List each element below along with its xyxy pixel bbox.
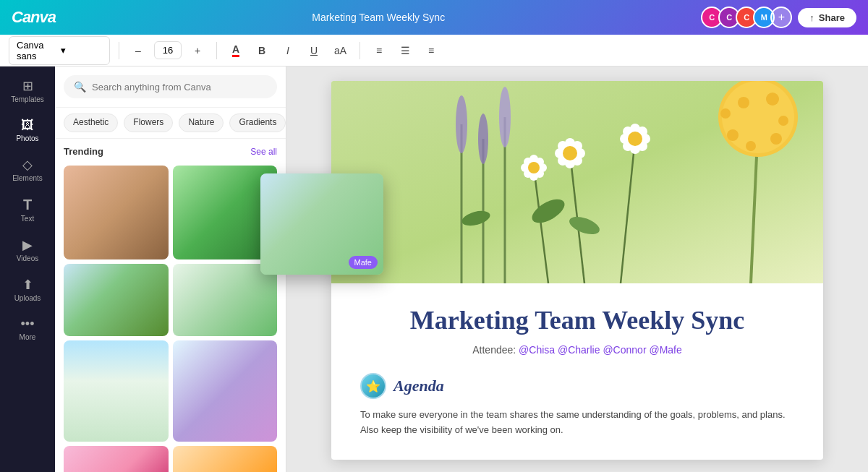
photos-label: Photos bbox=[16, 134, 38, 142]
topbar-right: C C C M + ↑ Share bbox=[701, 7, 856, 28]
avatar-group: C C C M + bbox=[701, 7, 792, 28]
svg-point-40 bbox=[738, 97, 749, 108]
slide-title: Marketing Team Weekly Sync bbox=[360, 305, 794, 335]
see-all-button[interactable]: See all bbox=[250, 147, 277, 157]
photo-item-flowers-bottom[interactable] bbox=[64, 446, 169, 472]
tag-gradients[interactable]: Gradients bbox=[229, 113, 286, 132]
share-label: Share bbox=[819, 12, 845, 23]
canvas-area[interactable]: Marketing Team Weekly Sync Attendee: @Ch… bbox=[286, 66, 868, 472]
share-icon: ↑ bbox=[809, 12, 814, 23]
svg-point-42 bbox=[778, 116, 788, 126]
text-label: Text bbox=[21, 215, 34, 223]
font-size-increase-button[interactable]: + bbox=[187, 42, 208, 59]
text-color-button[interactable]: A bbox=[226, 40, 246, 60]
svg-point-44 bbox=[746, 141, 756, 151]
chevron-down-icon: ▾ bbox=[61, 45, 102, 56]
sidebar-item-more[interactable]: ••• More bbox=[3, 311, 52, 347]
photo-item-grass[interactable] bbox=[64, 340, 169, 442]
svg-point-5 bbox=[478, 113, 488, 164]
case-button[interactable]: aA bbox=[330, 42, 351, 59]
font-size-control: 16 bbox=[154, 41, 182, 59]
agenda-label: Agenda bbox=[393, 377, 444, 395]
divider-1 bbox=[119, 42, 119, 59]
add-collaborator-button[interactable]: + bbox=[770, 7, 792, 28]
trending-header: Trending See all bbox=[55, 139, 286, 161]
photos-panel: 🔍 Aesthetic Flowers Nature Gradients › T… bbox=[55, 66, 286, 472]
underline-button[interactable]: U bbox=[304, 42, 324, 59]
svg-point-45 bbox=[727, 129, 739, 141]
indent-icon: ≡ bbox=[428, 45, 434, 56]
attendee-label: Attendee: bbox=[472, 344, 516, 356]
sidebar-item-templates[interactable]: ⊞ Templates bbox=[3, 72, 52, 109]
videos-icon: ▶ bbox=[22, 237, 33, 253]
text-icon: T bbox=[23, 197, 32, 213]
left-sidebar: ⊞ Templates 🖼 Photos ◇ Elements T Text ▶… bbox=[0, 66, 55, 472]
slide-body-text: To make sure everyone in the team shares… bbox=[360, 408, 794, 438]
font-family-value: Canva sans bbox=[17, 40, 58, 61]
italic-button[interactable]: I bbox=[278, 42, 298, 59]
search-input-wrap: 🔍 bbox=[64, 75, 277, 98]
sidebar-item-elements[interactable]: ◇ Elements bbox=[3, 151, 52, 188]
svg-point-6 bbox=[499, 87, 511, 147]
font-family-selector[interactable]: Canva sans ▾ bbox=[9, 36, 110, 65]
slide-attendee: Attendee: @Chisa @Charlie @Connor @Mafe bbox=[360, 344, 794, 356]
svg-point-46 bbox=[720, 108, 731, 119]
align-left-icon: ≡ bbox=[376, 45, 382, 56]
slide-container: Marketing Team Weekly Sync Attendee: @Ch… bbox=[331, 81, 823, 460]
uploads-label: Uploads bbox=[14, 294, 41, 302]
photo-item-food[interactable] bbox=[64, 166, 169, 259]
sidebar-item-videos[interactable]: ▶ Videos bbox=[3, 231, 52, 268]
slide-content: Marketing Team Weekly Sync Attendee: @Ch… bbox=[331, 283, 823, 460]
tags-row: Aesthetic Flowers Nature Gradients › bbox=[55, 108, 286, 139]
sidebar-item-text[interactable]: T Text bbox=[3, 191, 52, 228]
flower-illustration bbox=[331, 81, 823, 283]
font-size-value: 16 bbox=[161, 45, 175, 56]
svg-point-4 bbox=[456, 95, 467, 153]
photo-item-yoga[interactable] bbox=[173, 340, 278, 442]
list-icon: ☰ bbox=[401, 45, 410, 56]
tag-nature[interactable]: Nature bbox=[179, 113, 224, 132]
svg-point-36 bbox=[528, 162, 540, 173]
svg-point-43 bbox=[770, 133, 782, 145]
divider-2 bbox=[216, 42, 217, 59]
main-layout: ⊞ Templates 🖼 Photos ◇ Elements T Text ▶… bbox=[0, 66, 868, 472]
text-color-icon: A bbox=[232, 43, 239, 57]
share-button[interactable]: ↑ Share bbox=[798, 8, 856, 27]
photo-grid bbox=[55, 161, 286, 472]
topbar: Canva Marketing Team Weekly Sync C C C M… bbox=[0, 0, 868, 35]
list-button[interactable]: ☰ bbox=[395, 42, 415, 59]
sidebar-item-uploads[interactable]: ⬆ Uploads bbox=[3, 271, 52, 308]
sidebar-item-photos[interactable]: 🖼 Photos bbox=[3, 112, 52, 148]
divider-3 bbox=[359, 42, 360, 59]
svg-point-27 bbox=[628, 132, 642, 146]
search-input[interactable] bbox=[92, 82, 267, 93]
templates-label: Templates bbox=[11, 95, 44, 103]
elements-label: Elements bbox=[12, 174, 43, 182]
svg-point-41 bbox=[766, 93, 779, 106]
document-title: Marketing Team Weekly Sync bbox=[312, 12, 445, 23]
tag-aesthetic[interactable]: Aesthetic bbox=[64, 113, 118, 132]
photo-item-woman2[interactable] bbox=[173, 264, 278, 336]
search-bar: 🔍 bbox=[55, 66, 286, 108]
slide-hero-image bbox=[331, 81, 823, 283]
indent-button[interactable]: ≡ bbox=[421, 42, 441, 59]
uploads-icon: ⬆ bbox=[22, 277, 33, 293]
bold-button[interactable]: B bbox=[252, 42, 272, 59]
tag-flowers[interactable]: Flowers bbox=[124, 113, 173, 132]
photo-item-extra[interactable] bbox=[173, 446, 278, 472]
more-icon: ••• bbox=[21, 317, 35, 332]
toolbar: Canva sans ▾ – 16 + A B I U aA ≡ ☰ ≡ bbox=[0, 35, 868, 66]
photo-item-woman1[interactable] bbox=[64, 264, 169, 336]
trending-title: Trending bbox=[64, 146, 103, 157]
agenda-icon: ⭐ bbox=[360, 373, 386, 399]
photos-icon: 🖼 bbox=[21, 118, 34, 133]
photo-item-garden[interactable] bbox=[173, 166, 278, 259]
attendee-mentions: @Chisa @Charlie @Connor @Mafe bbox=[519, 344, 682, 356]
align-left-button[interactable]: ≡ bbox=[369, 42, 389, 59]
canva-logo: Canva bbox=[12, 8, 56, 27]
templates-icon: ⊞ bbox=[22, 78, 33, 94]
search-icon: 🔍 bbox=[74, 81, 86, 93]
videos-label: Videos bbox=[17, 254, 38, 262]
elements-icon: ◇ bbox=[22, 157, 33, 173]
font-size-decrease-button[interactable]: – bbox=[128, 42, 148, 59]
